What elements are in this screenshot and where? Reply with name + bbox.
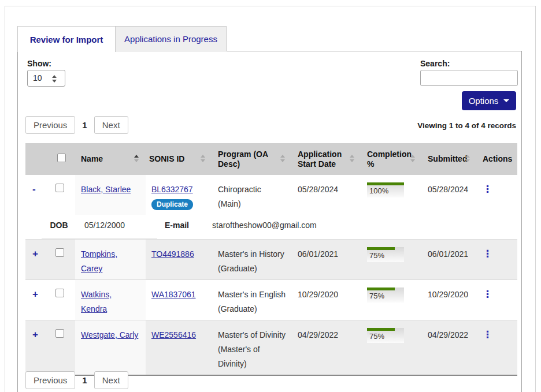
header-submitted-label: Submitted	[428, 154, 467, 163]
expand-row-icon[interactable]: +	[31, 329, 38, 341]
sort-arrows-icon	[350, 155, 354, 162]
pagination-bottom: Previous 1 Next	[25, 371, 128, 389]
program-name: Chiropractic	[218, 182, 286, 197]
header-name-label: Name	[81, 154, 103, 163]
header-completion[interactable]: Completion %	[361, 143, 422, 175]
previous-page-button[interactable]: Previous	[25, 371, 75, 389]
header-program[interactable]: Program (OA Desc)	[212, 143, 292, 175]
sort-asc-icon	[410, 155, 415, 158]
completion-meter: 75%	[367, 328, 404, 343]
table-header-row: Name SONIS ID Progra	[25, 143, 517, 175]
next-page-button[interactable]: Next	[94, 116, 128, 134]
table-row: + Watkins, Kendra WA1837061 Master's in …	[25, 280, 517, 320]
kebab-menu-icon[interactable]: ⋮	[483, 329, 492, 340]
completion-percent-label: 75%	[367, 250, 404, 262]
current-page-number[interactable]: 1	[82, 375, 87, 385]
sonis-id-link[interactable]: WE2556416	[151, 330, 196, 339]
expand-row-icon[interactable]: +	[31, 248, 38, 260]
tab-review-for-import[interactable]: Review for Import	[17, 26, 116, 52]
header-sonis-id[interactable]: SONIS ID	[146, 143, 212, 175]
completion-meter: 100%	[367, 182, 404, 197]
header-start-date-label: Application Start Date	[298, 150, 342, 169]
program-cell: Master's of Divinity (Master's of Divini…	[212, 320, 292, 376]
applicant-name-link[interactable]: Black, Starlee	[81, 185, 131, 194]
program-cell: Master's in History (Graduate)	[212, 240, 292, 280]
detail-fields: DOB05/12/2000E-mailstaroftheshow00@gmail…	[25, 215, 517, 239]
sonis-id-link[interactable]: TO4491886	[151, 249, 194, 259]
search-label: Search:	[420, 59, 518, 68]
header-select-column	[50, 143, 75, 175]
program-oa-desc: (Master's of Divinity)	[218, 342, 286, 371]
chevron-down-icon	[503, 99, 509, 102]
header-actions: Actions	[477, 143, 517, 175]
kebab-menu-icon[interactable]: ⋮	[483, 184, 492, 195]
select-all-checkbox[interactable]	[57, 154, 66, 162]
email-label: E-mail	[165, 218, 212, 233]
search-input[interactable]	[420, 70, 518, 86]
start-date-cell: 04/29/2022	[292, 320, 361, 376]
header-actions-label: Actions	[483, 154, 512, 163]
sort-arrows-icon	[465, 155, 470, 162]
sort-arrows-icon	[410, 155, 415, 162]
program-cell: Chiropractic (Main)	[212, 175, 292, 215]
previous-page-button[interactable]: Previous	[25, 116, 75, 134]
row-checkbox[interactable]	[55, 329, 64, 338]
expand-row-icon[interactable]: +	[31, 289, 38, 300]
page-size-group: Show: 10	[27, 59, 65, 87]
applicant-name-link[interactable]: Westgate, Carly	[81, 330, 138, 339]
applicant-name-link[interactable]: Watkins, Kendra	[81, 290, 112, 313]
current-page-number[interactable]: 1	[82, 120, 87, 130]
completion-cell: 75%	[361, 320, 422, 376]
completion-cell: 75%	[361, 280, 422, 320]
page-size-value: 10	[33, 73, 42, 83]
completion-cell: 75%	[361, 240, 422, 280]
header-sonis-id-label: SONIS ID	[149, 154, 184, 163]
row-checkbox[interactable]	[55, 289, 64, 297]
header-program-label: Program (OA Desc)	[218, 150, 268, 169]
row-checkbox[interactable]	[55, 184, 64, 192]
program-oa-desc: (Graduate)	[218, 302, 286, 316]
sort-desc-icon	[134, 159, 139, 162]
options-button[interactable]: Options	[462, 91, 516, 110]
header-expand-column	[25, 143, 50, 175]
kebab-menu-icon[interactable]: ⋮	[483, 289, 492, 300]
submitted-cell: 05/28/2024	[422, 175, 477, 215]
next-page-button[interactable]: Next	[94, 371, 128, 389]
header-submitted[interactable]: Submitted	[422, 143, 477, 175]
completion-percent-label: 100%	[367, 185, 404, 197]
applications-table: Name SONIS ID Progra	[25, 143, 517, 376]
page-container: Review for Import Applications in Progre…	[5, 6, 536, 392]
completion-cell: 100%	[361, 175, 422, 215]
search-group: Search:	[420, 59, 518, 86]
program-name: Master's of Divinity	[218, 328, 286, 342]
sonis-id-link[interactable]: WA1837061	[151, 290, 196, 299]
row-checkbox[interactable]	[55, 248, 64, 257]
tab-panel: Show: 10 Search: Options Previous 1 Next…	[17, 51, 522, 392]
tab-applications-in-progress[interactable]: Applications in Progress	[116, 26, 227, 51]
kebab-menu-icon[interactable]: ⋮	[483, 248, 492, 259]
expanded-detail-row: DOB05/12/2000E-mailstaroftheshow00@gmail…	[25, 215, 517, 240]
sort-asc-icon	[280, 155, 285, 158]
program-oa-desc: (Main)	[218, 197, 286, 211]
sort-arrows-icon	[201, 155, 205, 162]
start-date-cell: 06/01/2021	[292, 240, 361, 280]
collapse-row-icon[interactable]: -	[31, 184, 36, 195]
header-completion-label: Completion %	[367, 150, 412, 169]
pagination-top: Previous 1 Next	[25, 116, 128, 134]
dob-value: 05/12/2000	[76, 218, 157, 239]
sort-arrows-icon	[134, 155, 139, 162]
sort-asc-icon	[465, 155, 470, 158]
applicant-name-link[interactable]: Tompkins, Carey	[81, 249, 117, 273]
completion-percent-label: 75%	[367, 290, 404, 303]
dob-label: DOB	[42, 218, 76, 239]
sonis-id-link[interactable]: BL6332767	[151, 185, 193, 194]
start-date-cell: 05/28/2024	[292, 175, 361, 215]
sort-desc-icon	[410, 159, 415, 162]
program-name: Master's in History	[218, 247, 286, 262]
sort-asc-icon	[134, 155, 139, 158]
header-name[interactable]: Name	[75, 143, 146, 175]
start-date-cell: 10/29/2020	[292, 280, 361, 320]
header-application-start-date[interactable]: Application Start Date	[292, 143, 361, 175]
records-summary: Viewing 1 to 4 of 4 records	[417, 121, 516, 130]
page-size-select[interactable]: 10	[27, 70, 65, 87]
